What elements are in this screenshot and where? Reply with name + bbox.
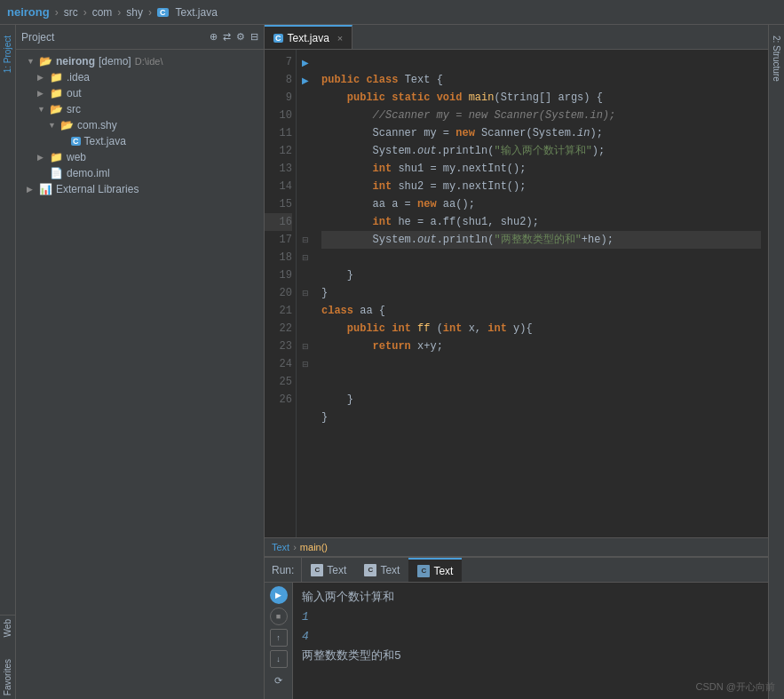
bottom-tab-1[interactable]: C Text (302, 558, 355, 582)
gutter-10 (297, 107, 314, 124)
tree-arrow-comshy: ▼ (48, 121, 60, 130)
main-layout: 1: Project Project ⊕ ⇄ ⚙ ⊟ ▼ 📂 neirong [… (0, 25, 784, 699)
tab-label-textjava: Text.java (288, 32, 329, 44)
play-button[interactable]: ▶ (270, 586, 288, 604)
breadcrumb-com: com (92, 6, 113, 19)
bottom-tab-label-1: Text (327, 564, 346, 576)
gutter-26 (297, 391, 314, 409)
breadcrumb-file: Text.java (176, 6, 218, 19)
collapse-icon[interactable]: ⊟ (250, 31, 258, 43)
gutter-fold-23[interactable]: ⊟ (297, 338, 314, 355)
tree-item-idea[interactable]: ▶ 📁 .idea (16, 69, 264, 85)
folder-icon-root: 📂 (39, 55, 52, 68)
tree-label-extlibs: External Libraries (56, 183, 139, 195)
tree-label-comshy: com.shy (77, 119, 117, 131)
extlibs-icon: 📊 (39, 183, 52, 195)
favorites-tab[interactable]: Favorites (3, 659, 12, 695)
gutter-run-8[interactable]: ▶ (297, 71, 314, 89)
bottom-tab-label-2: Text (380, 564, 400, 576)
tree-arrow-web: ▶ (37, 153, 50, 162)
breadcrumb-bar: Text › main() (265, 537, 768, 557)
gutter-14 (297, 178, 314, 195)
line-numbers: 7 8 9 10 11 12 13 14 15 16 17 18 19 20 2… (265, 50, 297, 537)
bottom-tab-2[interactable]: C Text (355, 558, 408, 582)
bottom-tab-icon-2: C (364, 564, 376, 576)
gutter-25 (297, 373, 314, 391)
bottom-tabs: Run: C Text C Text C Text (265, 558, 768, 583)
gutter-run-7[interactable]: ▶ (297, 53, 314, 71)
breadcrumb-arrow: › (293, 542, 297, 552)
bottom-tab-icon-1: C (311, 564, 323, 576)
tree-arrow-extlibs: ▶ (27, 185, 39, 194)
line-16: System.out.println("两整数类型的和"+he); (321, 231, 761, 249)
project-label: Project (21, 31, 54, 44)
breadcrumb-sep-4: › (148, 6, 152, 19)
gutter-22 (297, 320, 314, 338)
add-icon[interactable]: ⊕ (210, 31, 218, 43)
structure-side-tab[interactable]: 2: Structure (770, 32, 783, 85)
gear-icon[interactable]: ⚙ (236, 31, 245, 43)
line-12: int shu1 = my.nextInt(); (321, 163, 526, 175)
tree-label-idea: .idea (67, 71, 90, 83)
line-10: Scanner my = new Scanner(System.in); (321, 127, 603, 139)
tree-item-comshy[interactable]: ▼ 📂 com.shy (16, 117, 264, 133)
tree-item-extlibs[interactable]: ▶ 📊 External Libraries (16, 181, 264, 197)
folder-icon-idea: 📁 (50, 71, 63, 83)
bottom-tab-3[interactable]: C Text (408, 558, 462, 582)
web-tab[interactable]: Web (3, 619, 12, 637)
left-sidebar: 1: Project (0, 25, 16, 699)
run-controls: ▶ ■ ↑ ↓ ⟳ (265, 583, 293, 699)
breadcrumb-file-icon: C (157, 8, 169, 17)
gutter-21 (297, 302, 314, 320)
project-toolbar: Project ⊕ ⇄ ⚙ ⊟ (16, 25, 264, 50)
editor-tab-textjava[interactable]: C Text.java × (265, 25, 352, 49)
line-21: return x+y; (321, 340, 443, 353)
breadcrumb-src: src (64, 6, 78, 19)
folder-icon-src: 📂 (50, 103, 63, 115)
code-content[interactable]: public class Text { public static void m… (314, 50, 768, 537)
gutter-16 (297, 213, 314, 231)
tree-arrow-src: ▼ (37, 105, 50, 114)
bottom-tab-icon-3: C (417, 565, 430, 577)
tree-arrow-idea: ▶ (37, 73, 50, 82)
tree-label-out: out (67, 87, 82, 99)
tree-label-root: neirong (56, 55, 95, 68)
title-bar: neirong › src › com › shy › C Text.java (0, 0, 784, 25)
breadcrumb-sep-2: › (83, 6, 87, 19)
console-line-2: 1 (302, 608, 759, 627)
tree-item-web[interactable]: ▶ 📁 web (16, 149, 264, 165)
gutter-9 (297, 89, 314, 107)
gutter-11 (297, 124, 314, 142)
reload-button[interactable]: ⟳ (270, 671, 288, 689)
tree-label-textjava: Text.java (84, 135, 126, 147)
tree-item-demoiml[interactable]: ▶ 📄 demo.iml (16, 165, 264, 181)
line-9: //Scanner my = new Scanner(System.in); (321, 109, 615, 122)
line-11: System.out.println("输入两个数计算和"); (321, 145, 605, 157)
gutter-fold-20[interactable]: ⊟ (297, 284, 314, 302)
gutter-15 (297, 195, 314, 213)
tree-item-src[interactable]: ▼ 📂 src (16, 101, 264, 117)
project-side-tab[interactable]: 1: Project (1, 32, 14, 76)
editor-tabs: C Text.java × (265, 25, 768, 50)
scroll-up-button[interactable]: ↑ (270, 629, 288, 647)
run-label: Run: (265, 558, 302, 582)
console-line-1: 输入两个数计算和 (302, 588, 759, 608)
tree-label-web: web (67, 151, 86, 163)
bottom-tab-label-3: Text (433, 565, 453, 577)
sync-icon[interactable]: ⇄ (223, 31, 231, 43)
project-panel: Project ⊕ ⇄ ⚙ ⊟ ▼ 📂 neirong [demo] D:\id… (16, 25, 265, 699)
line-13: int shu2 = my.nextInt(); (321, 180, 526, 193)
project-tree: ▼ 📂 neirong [demo] D:\ide\ ▶ 📁 .idea ▶ 📁… (16, 50, 264, 699)
tab-icon-textjava: C (273, 34, 283, 43)
tab-close-textjava[interactable]: × (337, 33, 343, 44)
tree-item-out[interactable]: ▶ 📁 out (16, 85, 264, 101)
tree-item-root[interactable]: ▼ 📂 neirong [demo] D:\ide\ (16, 53, 264, 69)
tree-item-textjava[interactable]: ▶ C Text.java (16, 133, 264, 149)
gutter-fold-18[interactable]: ⊟ (297, 249, 314, 266)
stop-button[interactable]: ■ (270, 608, 288, 625)
scroll-down-button[interactable]: ↓ (270, 650, 288, 668)
gutter-fold-24[interactable]: ⊟ (297, 355, 314, 373)
line-17: } (321, 269, 353, 282)
breadcrumb-sep-1: › (55, 6, 59, 19)
gutter-fold-17[interactable]: ⊟ (297, 231, 314, 249)
